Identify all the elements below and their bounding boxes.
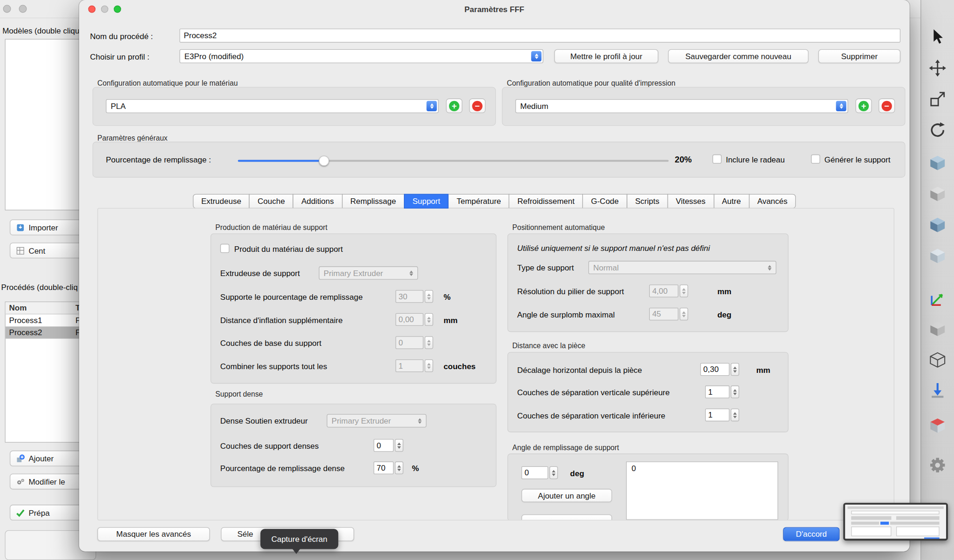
horizontal-offset-stepper[interactable] xyxy=(731,363,739,376)
view-cube-light-icon xyxy=(928,247,947,265)
support-tool-button[interactable] xyxy=(927,380,948,402)
screenshot-preview-thumbnail[interactable] xyxy=(843,503,948,540)
rotate-tool-button[interactable] xyxy=(927,119,948,141)
pillar-resolution-input[interactable] xyxy=(649,284,679,297)
process-name: Process2 xyxy=(9,328,42,337)
add-process-icon xyxy=(16,454,25,463)
material-select[interactable]: PLA xyxy=(106,99,438,113)
delete-profile-button[interactable]: Supprimer xyxy=(818,49,900,63)
combine-supports-input[interactable] xyxy=(395,359,423,372)
select-tool-button[interactable] xyxy=(927,26,948,47)
ok-button[interactable]: D'accord xyxy=(783,527,839,541)
max-overhang-stepper[interactable] xyxy=(680,308,688,320)
max-overhang-input[interactable] xyxy=(649,308,679,320)
tab-g-code[interactable]: G-Code xyxy=(582,194,627,209)
profile-select[interactable]: E3Pro (modified) xyxy=(179,49,543,63)
combine-supports-label: Combiner les supports tout les xyxy=(220,362,327,371)
remove-angle-button-partial[interactable] xyxy=(521,514,612,520)
cross-section-button[interactable] xyxy=(927,415,948,437)
view-top-button[interactable] xyxy=(927,183,948,205)
infill-angle-list-item[interactable]: 0 xyxy=(627,462,777,475)
solid-view-button[interactable] xyxy=(927,318,948,340)
upper-separation-stepper[interactable] xyxy=(731,385,739,398)
pillar-resolution-stepper[interactable] xyxy=(680,284,688,297)
scale-tool-button[interactable] xyxy=(927,88,948,110)
minus-icon: − xyxy=(472,101,483,111)
quality-select[interactable]: Medium xyxy=(515,99,848,113)
max-overhang-label: Angle de surplomb maximal xyxy=(517,310,615,319)
fff-settings-dialog: Paramètres FFF Nom du procédé : Choisir … xyxy=(79,0,910,552)
settings-button[interactable] xyxy=(927,454,948,476)
dense-infill-stepper[interactable] xyxy=(395,461,403,474)
inflation-distance-input[interactable] xyxy=(395,313,423,326)
tab-refroidissement[interactable]: Refroidissement xyxy=(509,194,583,209)
combine-supports-unit: couches xyxy=(443,362,476,371)
dense-extruder-arrows-icon xyxy=(414,416,424,425)
remove-material-button[interactable]: − xyxy=(469,99,485,113)
general-section-label: Paramètres généraux xyxy=(97,134,168,142)
import-button-label: Importer xyxy=(28,223,58,232)
edit-button-label: Modifier le xyxy=(28,477,65,486)
tab-remplissage[interactable]: Remplissage xyxy=(342,194,405,209)
add-quality-button[interactable]: + xyxy=(855,99,872,113)
dense-extruder-select[interactable]: Primary Extruder xyxy=(327,414,426,427)
upper-separation-input[interactable] xyxy=(705,385,729,398)
tab-autre[interactable]: Autre xyxy=(714,194,750,209)
axes-icon xyxy=(928,290,947,308)
dense-layers-stepper[interactable] xyxy=(395,439,403,452)
window-close-button[interactable] xyxy=(3,5,11,13)
horizontal-offset-input[interactable] xyxy=(700,363,729,376)
profile-value: E3Pro (modified) xyxy=(184,52,244,61)
capture-tooltip: Capture d'écran xyxy=(260,529,338,549)
process-name-label: Nom du procédé : xyxy=(90,32,153,41)
lower-separation-stepper[interactable] xyxy=(731,409,739,421)
support-base-layers-stepper[interactable] xyxy=(425,336,433,349)
raft-checkbox[interactable] xyxy=(712,155,722,164)
move-tool-button[interactable] xyxy=(927,57,948,79)
support-extruder-arrows-icon xyxy=(406,268,416,278)
view-cube-blue-icon xyxy=(928,154,947,172)
dense-layers-input[interactable] xyxy=(374,439,394,452)
axes-view-button[interactable] xyxy=(927,288,948,310)
infill-angles-list[interactable]: 0 xyxy=(626,461,778,520)
combine-supports-stepper[interactable] xyxy=(425,359,433,372)
tab-avances[interactable]: Avancés xyxy=(749,194,796,209)
dense-infill-input[interactable] xyxy=(374,461,394,474)
add-angle-button[interactable]: Ajouter un angle xyxy=(521,489,612,502)
tab-couche[interactable]: Couche xyxy=(249,194,293,209)
support-type-select[interactable]: Normal xyxy=(588,261,777,274)
support-infill-stepper[interactable] xyxy=(425,290,433,303)
wireframe-view-button[interactable] xyxy=(927,349,948,371)
tab-scripts[interactable]: Scripts xyxy=(627,194,668,209)
process-name-input[interactable] xyxy=(179,28,900,42)
lower-separation-input[interactable] xyxy=(705,409,729,421)
tab-support[interactable]: Support xyxy=(404,194,449,209)
infill-angle-input[interactable] xyxy=(521,466,548,479)
view-side-button[interactable] xyxy=(927,245,948,267)
view-default-button[interactable] xyxy=(927,152,948,174)
generation-group-box xyxy=(211,234,497,384)
import-icon xyxy=(16,223,25,232)
tab-extrudeuse[interactable]: Extrudeuse xyxy=(193,194,250,209)
tab-additions[interactable]: Additions xyxy=(293,194,342,209)
inflation-distance-stepper[interactable] xyxy=(425,313,433,326)
window-minimize-button[interactable] xyxy=(19,5,27,13)
tab-temperature[interactable]: Température xyxy=(448,194,510,209)
tab-vitesses[interactable]: Vitesses xyxy=(667,194,714,209)
models-panel-label: Modèles (double cliqu xyxy=(2,26,79,35)
support-infill-input[interactable] xyxy=(395,290,423,303)
view-front-button[interactable] xyxy=(927,214,948,236)
support-base-layers-input[interactable] xyxy=(395,336,423,349)
generate-support-material-checkbox[interactable] xyxy=(220,244,230,253)
infill-slider[interactable] xyxy=(238,160,669,162)
infill-slider-thumb[interactable] xyxy=(319,155,329,166)
remove-quality-button[interactable]: − xyxy=(879,99,895,113)
update-profile-button[interactable]: Mettre le profil à jour xyxy=(554,49,658,63)
support-extruder-select[interactable]: Primary Extruder xyxy=(319,266,418,280)
quality-value: Medium xyxy=(520,101,548,111)
save-as-new-button[interactable]: Sauvegarder comme nouveau xyxy=(668,49,809,63)
generate-support-checkbox[interactable] xyxy=(811,155,820,164)
hide-advanced-button[interactable]: Masquer les avancés xyxy=(97,527,210,541)
add-material-button[interactable]: + xyxy=(446,99,462,113)
infill-angle-stepper[interactable] xyxy=(549,466,558,479)
